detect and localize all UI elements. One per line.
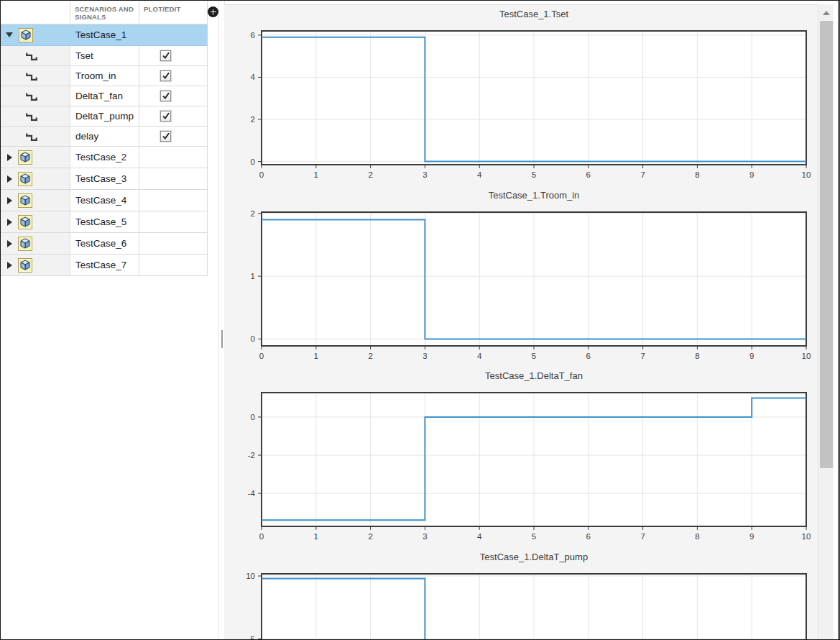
scenario-row[interactable]: TestCase_3 — [1, 168, 208, 190]
scenario-cube-icon — [18, 150, 32, 165]
triangle-right-icon[interactable] — [7, 240, 12, 247]
row-label[interactable]: Tset — [70, 46, 139, 66]
vertical-scrollbar[interactable] — [818, 4, 834, 640]
row-label[interactable]: TestCase_4 — [70, 190, 139, 211]
row-icon-cell — [1, 211, 70, 233]
plot-edit-checkbox[interactable] — [160, 91, 171, 101]
svg-text:9: 9 — [749, 170, 754, 179]
chart-title: TestCase_1.Tset — [499, 9, 568, 19]
plot-panel: 0123456789100246 TestCase_1.Tset 0123456… — [224, 4, 818, 640]
scenario-row[interactable]: TestCase_2 — [1, 147, 208, 168]
row-icon-cell — [1, 190, 70, 211]
add-button[interactable] — [208, 6, 218, 17]
row-label[interactable]: delay — [70, 127, 139, 147]
row-icon-cell — [1, 255, 70, 276]
row-label[interactable]: DeltaT_pump — [70, 106, 139, 127]
row-plot-edit-cell — [139, 66, 208, 86]
plot-edit-checkbox[interactable] — [160, 111, 171, 122]
signal-editor-window: SCENARIOS AND SIGNALS PLOT/EDIT TestCase… — [0, 0, 840, 640]
scenario-cube-icon — [18, 215, 32, 229]
row-plot-edit-cell — [139, 24, 208, 46]
svg-text:-4: -4 — [248, 489, 256, 498]
svg-text:4: 4 — [251, 73, 256, 81]
svg-text:1: 1 — [314, 352, 318, 360]
chart-2[interactable]: 012345678910012 TestCase_1.Troom_in — [224, 186, 818, 373]
triangle-right-icon[interactable] — [7, 154, 12, 161]
checkmark-icon — [162, 110, 170, 123]
svg-text:7: 7 — [640, 532, 645, 541]
chart-4[interactable]: 0123456789100510 TestCase_1.DeltaT_pump — [224, 548, 818, 640]
row-icon-cell — [1, 86, 70, 106]
row-icon-cell — [1, 147, 70, 168]
signal-row[interactable]: DeltaT_pump — [1, 106, 208, 127]
triangle-right-icon[interactable] — [7, 175, 12, 183]
svg-text:5: 5 — [532, 170, 536, 179]
step-signal-icon — [24, 70, 39, 82]
row-icon-cell — [1, 46, 70, 66]
svg-text:0: 0 — [251, 413, 255, 421]
signal-row[interactable]: Tset — [1, 46, 208, 66]
svg-text:0: 0 — [251, 334, 255, 343]
row-icon-cell — [1, 233, 70, 255]
row-label[interactable]: TestCase_5 — [70, 211, 139, 233]
scenario-row[interactable]: TestCase_7 — [1, 255, 208, 276]
scenario-row[interactable]: TestCase_4 — [1, 190, 208, 211]
row-plot-edit-cell — [139, 168, 208, 190]
splitter-grip-icon — [221, 330, 223, 348]
scenario-cube-icon — [18, 193, 32, 208]
triangle-right-icon[interactable] — [7, 197, 12, 204]
triangle-right-icon[interactable] — [7, 219, 12, 226]
scenario-row[interactable]: TestCase_6 — [1, 233, 208, 255]
svg-text:4: 4 — [477, 532, 482, 541]
row-label[interactable]: TestCase_6 — [70, 233, 139, 255]
row-plot-edit-cell — [139, 86, 208, 106]
svg-text:2: 2 — [368, 352, 372, 360]
plot-edit-checkbox[interactable] — [160, 50, 171, 61]
header-icon-column — [1, 1, 70, 24]
scenario-row[interactable]: TestCase_5 — [1, 211, 208, 233]
triangle-down-icon[interactable] — [6, 32, 13, 37]
table-header: SCENARIOS AND SIGNALS PLOT/EDIT — [1, 1, 208, 24]
plot-edit-checkbox[interactable] — [160, 131, 171, 142]
chart-1[interactable]: 0123456789100246 TestCase_1.Tset — [224, 5, 818, 192]
row-label[interactable]: TestCase_7 — [70, 255, 139, 276]
chart-title: TestCase_1.DeltaT_fan — [485, 370, 583, 381]
scenario-cube-icon — [18, 237, 32, 251]
row-plot-edit-cell — [139, 106, 208, 127]
scenario-row[interactable]: TestCase_1 — [1, 24, 208, 46]
chart-3[interactable]: 012345678910-4-20 TestCase_1.DeltaT_fan — [224, 367, 818, 554]
svg-text:2: 2 — [251, 115, 255, 124]
row-label[interactable]: Troom_in — [70, 66, 139, 86]
triangle-up-icon[interactable] — [823, 11, 830, 15]
signal-row[interactable]: delay — [1, 127, 208, 147]
row-label[interactable]: TestCase_1 — [70, 24, 139, 46]
row-label[interactable]: TestCase_2 — [70, 147, 139, 168]
scenario-cube-icon — [18, 258, 32, 273]
svg-text:8: 8 — [695, 352, 699, 360]
svg-text:9: 9 — [749, 352, 754, 360]
row-label[interactable]: TestCase_3 — [70, 168, 139, 190]
row-icon-cell — [1, 24, 70, 46]
checkmark-icon — [162, 130, 170, 143]
row-label[interactable]: DeltaT_fan — [70, 86, 139, 106]
row-icon-cell — [1, 66, 70, 86]
signal-row[interactable]: Troom_in — [1, 66, 208, 86]
step-signal-icon — [24, 91, 39, 102]
svg-text:10: 10 — [802, 352, 811, 360]
header-scenarios-and-signals: SCENARIOS AND SIGNALS — [70, 1, 139, 24]
table-rows: TestCase_1 Tset Troom_in DeltaT_fan Delt… — [1, 24, 208, 276]
svg-text:1: 1 — [314, 170, 318, 179]
signal-row[interactable]: DeltaT_fan — [1, 86, 208, 106]
svg-text:3: 3 — [423, 532, 427, 541]
triangle-right-icon[interactable] — [7, 262, 12, 269]
scrollbar-thumb[interactable] — [820, 21, 833, 468]
chart-title: TestCase_1.Troom_in — [489, 190, 580, 201]
row-icon-cell — [1, 127, 70, 147]
scenario-cube-icon — [19, 28, 33, 42]
row-plot-edit-cell — [139, 190, 208, 211]
svg-text:2: 2 — [251, 209, 255, 218]
svg-text:6: 6 — [586, 532, 591, 541]
row-plot-edit-cell — [139, 255, 208, 276]
svg-text:5: 5 — [532, 532, 536, 541]
plot-edit-checkbox[interactable] — [160, 70, 171, 81]
